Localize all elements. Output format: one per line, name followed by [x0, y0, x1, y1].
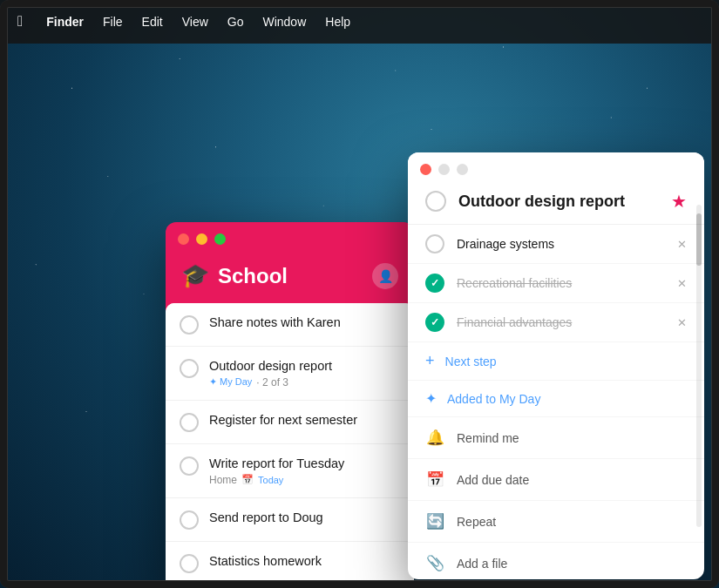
school-title: School [218, 264, 288, 288]
subtask-drainage[interactable]: Drainage systems ✕ [408, 225, 704, 264]
person-share-icon: 👤 [378, 269, 393, 283]
school-title-group: 🎓 School [181, 262, 288, 289]
task-checkbox[interactable] [180, 359, 199, 378]
detail-window: Outdoor design report ★ Drainage systems… [408, 152, 704, 579]
myday-label: Added to My Day [447, 392, 540, 406]
window-menu[interactable]: Window [262, 15, 306, 29]
edit-menu[interactable]: Edit [142, 15, 163, 29]
myday-row[interactable]: ✦ Added to My Day [408, 381, 704, 417]
detail-minimize-button[interactable] [438, 164, 450, 175]
task-statistics[interactable]: Statistics homework [166, 542, 414, 585]
add-file-label: Add a file [457, 557, 507, 571]
task-subtitle: Home 📅 Today [209, 474, 400, 486]
task-checkbox[interactable] [180, 456, 199, 476]
subtask-label: Drainage systems [457, 237, 665, 251]
subtask-label-completed: Financial advantages [457, 315, 665, 329]
calendar-icon: 📅 [425, 470, 444, 489]
today-badge: Today [258, 475, 283, 485]
school-titlebar [166, 222, 414, 255]
task-content: Send report to Doug [209, 510, 400, 526]
checkmark-icon: ✓ [431, 316, 439, 328]
minimize-button[interactable] [196, 233, 207, 245]
subtask-close-icon[interactable]: ✕ [677, 277, 687, 290]
task-title: Register for next semester [209, 412, 400, 429]
school-header: 🎓 School 👤 [166, 255, 414, 303]
repeat-label: Repeat [457, 515, 496, 529]
checkmark-icon: ✓ [431, 277, 439, 289]
repeat-icon: 🔄 [425, 512, 444, 531]
bell-icon: 🔔 [425, 429, 444, 447]
share-button[interactable]: 👤 [372, 263, 398, 289]
apple-menu[interactable]:  [17, 13, 23, 30]
repeat-row[interactable]: 🔄 Repeat [408, 501, 704, 543]
subtask-checkbox[interactable] [425, 234, 444, 253]
scrollbar[interactable] [696, 205, 702, 527]
task-write-report[interactable]: Write report for Tuesday Home 📅 Today [166, 444, 414, 498]
task-content: Outdoor design report ✦ My Day · 2 of 3 [209, 358, 400, 389]
star-icon[interactable]: ★ [671, 191, 687, 212]
due-date-label: Add due date [457, 473, 529, 487]
task-send-report[interactable]: Send report to Doug [166, 498, 414, 542]
add-file-row[interactable]: 📎 Add a file [408, 543, 704, 579]
subtask-close-icon[interactable]: ✕ [677, 238, 687, 251]
detail-task-title: Outdoor design report [458, 193, 659, 211]
task-count: · 2 of 3 [256, 376, 288, 389]
subtask-checkbox-completed[interactable]: ✓ [425, 274, 444, 293]
subtask-financial[interactable]: ✓ Financial advantages ✕ [408, 303, 704, 342]
task-checkbox[interactable] [180, 510, 199, 530]
task-outdoor-design[interactable]: Outdoor design report ✦ My Day · 2 of 3 [166, 347, 414, 401]
detail-maximize-button[interactable] [457, 164, 468, 175]
task-title: Send report to Doug [209, 510, 400, 526]
task-content: Share notes with Karen [209, 314, 400, 331]
task-title: Outdoor design report [209, 358, 400, 375]
view-menu[interactable]: View [182, 15, 208, 29]
task-content: Write report for Tuesday Home 📅 Today [209, 456, 400, 486]
subtask-checkbox-completed[interactable]: ✓ [425, 313, 444, 332]
subtask-recreational[interactable]: ✓ Recreational facilities ✕ [408, 264, 704, 303]
due-date-row[interactable]: 📅 Add due date [408, 459, 704, 501]
task-checkbox[interactable] [180, 413, 199, 432]
task-register[interactable]: Register for next semester [166, 401, 414, 444]
myday-badge: ✦ My Day [209, 376, 252, 388]
detail-header: Outdoor design report ★ [408, 186, 704, 225]
subtask-list: Drainage systems ✕ ✓ Recreational facili… [408, 225, 704, 579]
school-emoji: 🎓 [181, 262, 209, 289]
task-home-label: Home [209, 474, 237, 486]
scrollbar-thumb[interactable] [696, 213, 702, 266]
subtask-close-icon[interactable]: ✕ [677, 316, 687, 329]
desktop:  Finder File Edit View Go Window Help 🎓… [0, 0, 719, 588]
detail-titlebar [408, 152, 704, 186]
school-window: 🎓 School 👤 Share notes with Karen Outdoo… [166, 222, 414, 588]
task-title: Statistics homework [209, 553, 400, 570]
close-button[interactable] [178, 233, 189, 245]
subtask-label-completed: Recreational facilities [457, 276, 665, 290]
task-checkbox[interactable] [180, 554, 199, 573]
task-checkbox[interactable] [180, 315, 199, 335]
task-title: Share notes with Karen [209, 314, 400, 331]
detail-task-checkbox[interactable] [425, 191, 446, 212]
add-step-label: Next step [445, 355, 497, 368]
paperclip-icon: 📎 [425, 554, 444, 572]
plus-icon: + [425, 352, 435, 370]
file-menu[interactable]: File [103, 15, 123, 29]
go-menu[interactable]: Go [227, 15, 244, 29]
task-title: Write report for Tuesday [209, 456, 400, 472]
menu-bar:  Finder File Edit View Go Window Help [0, 0, 719, 44]
remind-me-row[interactable]: 🔔 Remind me [408, 417, 704, 459]
detail-close-button[interactable] [420, 164, 431, 175]
task-content: Register for next semester [209, 412, 400, 429]
add-step-row[interactable]: + Next step [408, 342, 704, 381]
maximize-button[interactable] [214, 233, 226, 245]
task-share-notes[interactable]: Share notes with Karen [166, 303, 414, 347]
sun-icon: ✦ [425, 390, 437, 407]
task-content: Statistics homework [209, 553, 400, 570]
help-menu[interactable]: Help [325, 15, 350, 29]
school-task-list: Share notes with Karen Outdoor design re… [166, 303, 414, 588]
finder-menu[interactable]: Finder [46, 15, 84, 29]
remind-me-label: Remind me [457, 431, 519, 445]
calendar-icon: 📅 [241, 474, 254, 485]
task-subtitle: ✦ My Day · 2 of 3 [209, 376, 400, 389]
